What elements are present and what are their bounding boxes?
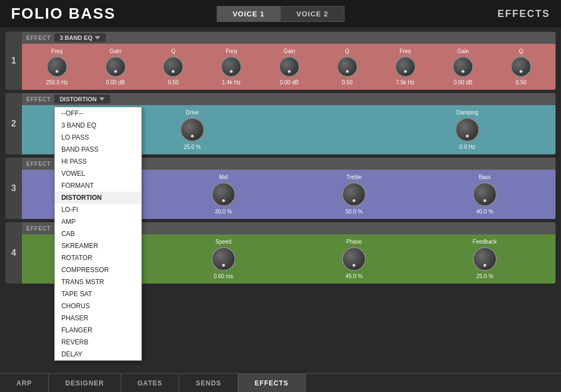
- knob-label-r4-1: Speed: [215, 239, 231, 245]
- row1-knob-area: Freq 250.0 Hz Gain 0.00 dB Q 0.50 Freq: [22, 44, 556, 90]
- knob-value-r2-1: 0.0 Hz: [460, 144, 476, 150]
- knob-r1-8[interactable]: [511, 56, 531, 77]
- row-number-4: 4: [5, 222, 22, 284]
- row1-dropdown-arrow: [95, 36, 100, 39]
- knob-value-r4-1: 0.60 ms: [214, 273, 233, 279]
- knob-value-r1-4: 0.00 dB: [280, 79, 299, 85]
- voice2-button[interactable]: VOICE 2: [280, 6, 344, 22]
- dropdown-item[interactable]: BAND PASS: [55, 143, 141, 155]
- knob-group-r1-7: Gain 0.00 dB: [453, 48, 473, 85]
- dropdown-item[interactable]: AMP: [55, 216, 141, 228]
- knob-r4-3[interactable]: [473, 247, 497, 271]
- dropdown-item[interactable]: LO PASS: [55, 131, 141, 143]
- knob-value-r3-1: 30.0 %: [215, 209, 232, 215]
- knob-label-r3-3: Bass: [479, 174, 491, 180]
- dropdown-item[interactable]: COMPRESSOR: [55, 264, 141, 276]
- dropdown-item[interactable]: DELAY: [55, 348, 141, 360]
- dropdown-item[interactable]: TRANS MSTR: [55, 276, 141, 288]
- knob-r1-1[interactable]: [105, 56, 126, 77]
- knob-value-r4-3: 25.0 %: [476, 273, 493, 279]
- dropdown-item[interactable]: PHASER: [55, 312, 141, 324]
- dropdown-menu[interactable]: --OFF--3 BAND EQLO PASSBAND PASSHI PASSV…: [54, 107, 142, 361]
- dropdown-item[interactable]: 3 BAND EQ: [55, 119, 141, 131]
- effect-label-1: EFFECT: [26, 35, 51, 41]
- knob-group-r4-1: Speed 0.60 ms: [211, 239, 236, 279]
- knob-r1-3[interactable]: [221, 56, 242, 77]
- voice1-button[interactable]: VOICE 1: [217, 6, 280, 22]
- dropdown-item[interactable]: TAPE SAT: [55, 288, 141, 300]
- knob-label-r4-2: Phase: [346, 239, 362, 245]
- effect-row-1: 1 EFFECT 3 BAND EQ Freq 250.0 Hz Gain: [5, 32, 556, 90]
- knob-label-r2-1: Damping: [456, 109, 478, 116]
- knob-r1-5[interactable]: [337, 56, 358, 77]
- knob-label-r1-1: Gain: [110, 48, 121, 54]
- effect-label-4: EFFECT: [26, 226, 51, 232]
- row-number-3: 3: [5, 158, 22, 219]
- dropdown-item[interactable]: CAB: [55, 228, 141, 240]
- bottom-tab-effects[interactable]: EFFECTS: [238, 374, 306, 392]
- bottom-tab-sends[interactable]: SENDS: [179, 374, 238, 392]
- knob-r3-1[interactable]: [211, 182, 236, 206]
- row1-effect-dropdown[interactable]: 3 BAND EQ: [54, 33, 106, 42]
- knob-label-r3-1: Mid: [219, 174, 228, 180]
- dropdown-item[interactable]: LO-FI: [55, 204, 141, 216]
- knob-group-r3-2: Treble 50.0 %: [342, 174, 366, 215]
- knob-value-r1-7: 0.00 dB: [454, 79, 472, 85]
- bottom-tab-designer[interactable]: DESIGNER: [49, 374, 121, 392]
- knob-r3-2[interactable]: [342, 182, 366, 206]
- knob-r3-3[interactable]: [473, 182, 497, 206]
- knob-r4-1[interactable]: [211, 247, 236, 271]
- dropdown-item[interactable]: SKREAMER: [55, 240, 141, 252]
- bottom-tab-arp[interactable]: ARP: [0, 374, 49, 392]
- row1-header: EFFECT 3 BAND EQ: [22, 32, 556, 44]
- knob-label-r3-2: Treble: [346, 174, 362, 180]
- knob-r1-6[interactable]: [395, 56, 416, 77]
- dropdown-item[interactable]: REVERB: [55, 336, 141, 348]
- dropdown-item[interactable]: VOWEL: [55, 168, 141, 180]
- knob-group-r1-4: Gain 0.00 dB: [279, 48, 300, 85]
- row2-effect-name: DISTORTION: [60, 96, 97, 102]
- knob-r1-4[interactable]: [279, 56, 300, 77]
- dropdown-item[interactable]: FORMANT: [55, 180, 141, 192]
- dropdown-item[interactable]: DISTORTION: [55, 192, 141, 204]
- dropdown-item[interactable]: --OFF--: [55, 107, 141, 119]
- main-content: 1 EFFECT 3 BAND EQ Freq 250.0 Hz Gain: [0, 27, 561, 373]
- row2-header: EFFECT DISTORTION --OFF--3 BAND EQLO PAS…: [22, 93, 556, 105]
- knob-value-r1-1: 0.00 dB: [106, 79, 124, 85]
- knob-value-r1-8: 0.50: [516, 79, 526, 85]
- app-title: FOLIO BASS: [11, 5, 116, 22]
- knob-value-r3-3: 40.0 %: [476, 209, 493, 215]
- effect-label-3: EFFECT: [26, 161, 51, 167]
- dropdown-item[interactable]: HI PASS: [55, 155, 141, 168]
- row2-dropdown-container: DISTORTION --OFF--3 BAND EQLO PASSBAND P…: [54, 95, 110, 103]
- knob-group-r1-0: Freq 250.0 Hz: [46, 48, 68, 85]
- dropdown-item[interactable]: ROTATOR: [55, 252, 141, 264]
- knob-group-r3-3: Bass 40.0 %: [473, 174, 497, 215]
- knob-group-r1-2: Q 0.50: [163, 48, 184, 85]
- knob-value-r2-0: 25.0 %: [184, 144, 201, 150]
- effect-label-2: EFFECT: [26, 96, 51, 102]
- knob-group-r1-1: Gain 0.00 dB: [105, 48, 126, 85]
- knob-label-r1-6: Freq: [399, 48, 411, 54]
- knob-r1-7[interactable]: [453, 56, 473, 77]
- dropdown-item[interactable]: CHORUS: [55, 300, 141, 312]
- knob-r1-2[interactable]: [163, 56, 184, 77]
- knob-r4-2[interactable]: [342, 247, 366, 271]
- knob-value-r4-2: 45.0 %: [346, 273, 363, 279]
- knob-label-r1-4: Gain: [283, 48, 295, 54]
- knob-value-r1-5: 0.50: [342, 79, 352, 85]
- effect-row-2: 2 EFFECT DISTORTION --OFF--3 BAND EQLO P…: [5, 93, 556, 154]
- knob-r2-1[interactable]: [455, 118, 479, 142]
- dropdown-item[interactable]: FLANGER: [55, 324, 141, 336]
- bottom-tab-gates[interactable]: GATES: [121, 374, 179, 392]
- effects-header-label: EFFECTS: [497, 8, 550, 20]
- knob-r2-0[interactable]: [180, 118, 204, 142]
- knob-group-r3-1: Mid 30.0 %: [211, 174, 236, 215]
- knob-value-r1-6: 7.5k Hz: [396, 79, 415, 85]
- knob-value-r1-0: 250.0 Hz: [46, 79, 68, 85]
- knob-r1-0[interactable]: [47, 56, 67, 77]
- row-number-2: 2: [5, 93, 22, 154]
- header: FOLIO BASS VOICE 1 VOICE 2 EFFECTS: [0, 0, 561, 27]
- row2-content: EFFECT DISTORTION --OFF--3 BAND EQLO PAS…: [22, 93, 556, 154]
- row2-effect-dropdown[interactable]: DISTORTION: [54, 95, 110, 103]
